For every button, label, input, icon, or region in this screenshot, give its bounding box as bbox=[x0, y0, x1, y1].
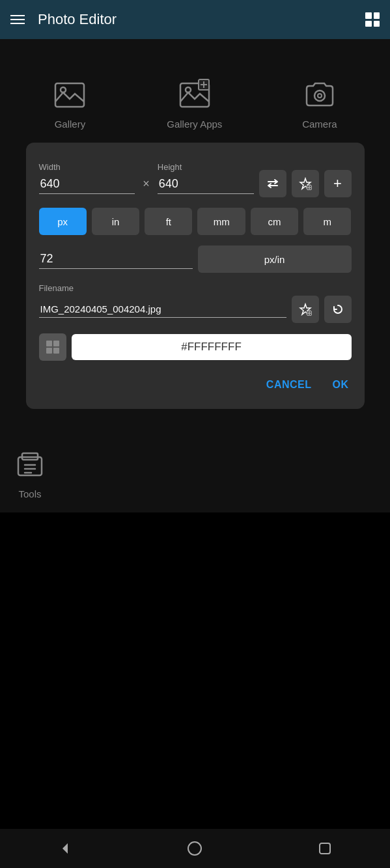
unit-mm-button[interactable]: mm bbox=[197, 208, 245, 235]
svg-rect-0 bbox=[55, 83, 84, 107]
magic-star-settings-icon bbox=[299, 177, 312, 190]
height-label: Height bbox=[158, 162, 254, 172]
color-grid-icon bbox=[45, 339, 61, 355]
svg-point-8 bbox=[318, 94, 322, 98]
height-input[interactable] bbox=[158, 175, 254, 194]
svg-rect-17 bbox=[46, 341, 52, 346]
hamburger-menu-button[interactable] bbox=[10, 15, 25, 24]
swap-dimensions-button[interactable] bbox=[259, 170, 286, 197]
color-picker-button[interactable] bbox=[39, 333, 66, 361]
unit-buttons-row: px in ft mm cm m bbox=[39, 208, 352, 235]
back-arrow-icon bbox=[57, 841, 73, 856]
gallery-apps-icon bbox=[178, 78, 212, 112]
svg-rect-28 bbox=[320, 843, 330, 854]
cancel-button[interactable]: CANCEL bbox=[264, 374, 314, 396]
tools-label: Tools bbox=[18, 488, 41, 499]
gallery-apps-source-item[interactable]: Gallery Apps bbox=[167, 78, 222, 130]
add-button[interactable]: + bbox=[324, 170, 352, 197]
width-input[interactable] bbox=[39, 175, 135, 194]
top-bar: Photo Editor bbox=[0, 0, 390, 39]
bottom-area: Tools bbox=[0, 409, 390, 512]
unit-in-button[interactable]: in bbox=[92, 208, 139, 235]
color-value-input[interactable] bbox=[72, 334, 352, 360]
source-icons-row: Gallery Gallery Apps Camera bbox=[0, 39, 390, 143]
unit-m-button[interactable]: m bbox=[303, 208, 351, 235]
camera-label: Camera bbox=[302, 119, 337, 130]
color-row bbox=[39, 333, 352, 361]
dialog-actions: CANCEL OK bbox=[39, 374, 352, 396]
svg-point-7 bbox=[314, 91, 325, 101]
svg-rect-18 bbox=[53, 341, 59, 346]
unit-ft-button[interactable]: ft bbox=[145, 208, 192, 235]
svg-rect-19 bbox=[46, 348, 52, 354]
filename-label: Filename bbox=[39, 283, 352, 293]
filename-reset-button[interactable] bbox=[324, 296, 352, 323]
reset-icon bbox=[331, 303, 344, 316]
gallery-source-item[interactable]: Gallery bbox=[53, 78, 87, 130]
tools-item[interactable]: Tools bbox=[13, 448, 47, 499]
tools-icon bbox=[13, 448, 47, 482]
ok-button[interactable]: OK bbox=[330, 374, 352, 396]
system-nav-bar bbox=[0, 829, 390, 868]
svg-marker-26 bbox=[63, 843, 68, 854]
recent-apps-button[interactable] bbox=[317, 841, 333, 856]
svg-rect-20 bbox=[53, 348, 59, 354]
filename-magic-icon bbox=[299, 303, 312, 316]
resolution-row: px/in bbox=[39, 245, 352, 273]
resolution-unit-label: px/in bbox=[198, 245, 352, 273]
camera-icon bbox=[303, 78, 337, 112]
gallery-icon bbox=[53, 78, 87, 112]
filename-input[interactable] bbox=[39, 301, 286, 318]
svg-point-27 bbox=[188, 842, 201, 855]
gallery-apps-label: Gallery Apps bbox=[167, 119, 222, 130]
gallery-label: Gallery bbox=[55, 119, 86, 130]
filename-magic-button[interactable] bbox=[292, 296, 319, 323]
app-title: Photo Editor bbox=[38, 11, 117, 28]
recent-square-icon bbox=[317, 841, 333, 856]
resolution-input[interactable] bbox=[39, 249, 193, 269]
plus-icon: + bbox=[333, 175, 342, 192]
grid-view-button[interactable] bbox=[365, 12, 380, 27]
back-button[interactable] bbox=[57, 841, 73, 856]
svg-point-1 bbox=[61, 87, 66, 92]
resize-dialog: Width × Height bbox=[26, 143, 365, 409]
unit-cm-button[interactable]: cm bbox=[251, 208, 298, 235]
svg-point-3 bbox=[186, 87, 191, 92]
camera-source-item[interactable]: Camera bbox=[302, 78, 337, 130]
home-button[interactable] bbox=[187, 841, 202, 856]
magic-settings-button[interactable] bbox=[292, 170, 319, 197]
swap-icon bbox=[266, 177, 279, 190]
main-area: Gallery Gallery Apps Camera bbox=[0, 39, 390, 512]
multiply-sign: × bbox=[140, 177, 152, 191]
unit-px-button[interactable]: px bbox=[39, 208, 87, 235]
width-label: Width bbox=[39, 162, 135, 172]
home-circle-icon bbox=[187, 841, 202, 856]
filename-section: Filename bbox=[39, 283, 352, 323]
